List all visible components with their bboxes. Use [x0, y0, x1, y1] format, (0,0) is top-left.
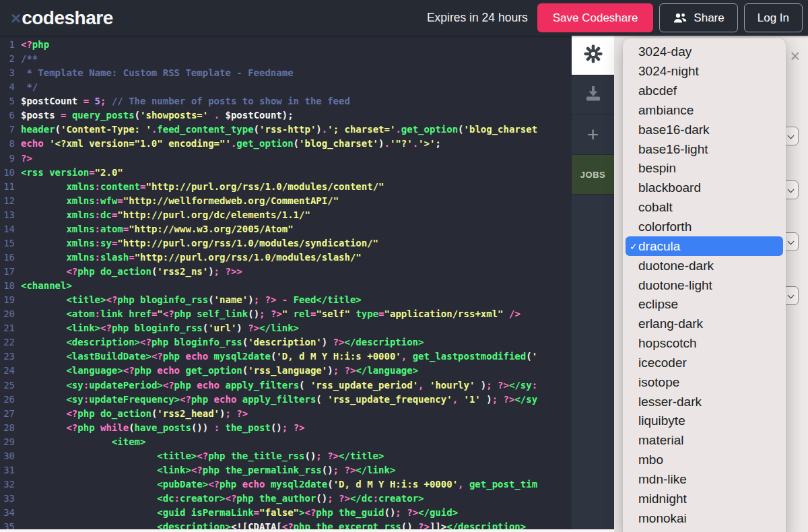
code-line[interactable]: 13 xmlns:dc="http://purl.org/dc/elements… — [0, 208, 572, 222]
code-token: : — [174, 493, 180, 504]
code-token: ( — [242, 365, 248, 376]
code-line[interactable]: 31 <link><?php the_permalink_rss(); ?></… — [0, 463, 572, 477]
code-line[interactable]: 17 <?php do_action('rss2_ns'); ?>> — [0, 265, 572, 279]
theme-option-colorforth[interactable]: colorforth — [623, 218, 786, 237]
theme-option-duotone-dark[interactable]: duotone-dark — [623, 256, 786, 275]
theme-option-dracula[interactable]: ✓dracula — [626, 236, 783, 256]
code-line[interactable]: 21 <link><?php bloginfo_rss('url') ?></l… — [0, 321, 572, 335]
code-line[interactable]: 20 <atom:link href="<?php self_link(); ?… — [0, 307, 572, 321]
theme-option-lesser-dark[interactable]: lesser-dark — [623, 392, 786, 411]
code-token: link href — [100, 308, 152, 319]
code-token: /> — [504, 308, 520, 319]
plus-icon: + — [587, 125, 599, 145]
theme-option-material[interactable]: material — [623, 431, 786, 451]
code-token: xmlns — [66, 224, 94, 234]
theme-option-icecoder[interactable]: icecoder — [623, 354, 786, 373]
code-line[interactable]: 28 <?php while(have_posts()) : the_post(… — [0, 421, 572, 435]
theme-option-abcdef[interactable]: abcdef — [623, 81, 786, 101]
code-line[interactable]: 3 * Template Name: Custom RSS Template -… — [0, 66, 572, 80]
code-token: <? — [66, 422, 77, 433]
add-file-tab[interactable]: + — [572, 115, 614, 155]
code-token: , — [418, 380, 424, 391]
code-line[interactable]: 16 xmlns:slash="http://purl.org/rss/1.0/… — [0, 251, 572, 265]
code-line[interactable]: 33 <dc:creator><?php the_author(); ?></d… — [0, 492, 572, 506]
theme-option-monokai[interactable]: monokai — [623, 508, 786, 528]
code-line[interactable]: 15 xmlns:sy="http://purl.org/rss/1.0/mod… — [0, 236, 572, 251]
theme-option-mbo[interactable]: mbo — [623, 451, 786, 470]
theme-option-isotope[interactable]: isotope — [623, 372, 786, 392]
code-line[interactable]: 7header('Content-Type: '.feed_content_ty… — [0, 123, 572, 137]
code-line[interactable]: 5$postCount = 5; // The number of posts … — [0, 94, 572, 108]
theme-option-base16-dark[interactable]: base16-dark — [623, 120, 786, 139]
settings-tab[interactable] — [572, 36, 614, 75]
code-token: () — [316, 493, 327, 504]
theme-option-ambiance[interactable]: ambiance — [623, 101, 786, 121]
code-line[interactable]: 11 xmlns:content="http://purl.org/rss/1.… — [0, 180, 572, 194]
code-token: ; ?> — [395, 507, 418, 518]
code-line[interactable]: 24 <language><?php echo get_option('rss_… — [0, 364, 572, 378]
code-line[interactable]: 14 xmlns:atom="http://www.w3.org/2005/At… — [0, 222, 572, 236]
code-token: <guid isPermaLink — [157, 507, 253, 518]
code-line[interactable]: 19 <title><?php bloginfo_rss('name'); ?>… — [0, 293, 572, 307]
code-line[interactable]: 34 <guid isPermaLink="false"><?php the_g… — [0, 506, 572, 520]
theme-option-3024-night[interactable]: 3024-night — [623, 62, 786, 81]
theme-option-blackboard[interactable]: blackboard — [623, 178, 786, 198]
code-token: : — [95, 238, 100, 248]
download-tab[interactable] — [572, 75, 614, 115]
code-line[interactable]: 23 <lastBuildDate><?php echo mysql2date(… — [0, 350, 572, 364]
code-token: : — [95, 195, 100, 206]
code-line[interactable]: 9?> — [0, 152, 572, 166]
codeshare-logo[interactable]: × codeshare — [11, 7, 113, 29]
theme-option-3024-day[interactable]: 3024-day — [623, 42, 786, 62]
code-token: 'Content-Type: ' — [61, 124, 152, 135]
code-line[interactable]: 18<channel> — [0, 279, 572, 293]
code-line[interactable]: 26 <sy:updateFrequency><?php echo apply_… — [0, 393, 572, 407]
theme-option-liquibyte[interactable]: liquibyte — [623, 411, 786, 431]
jobs-tab[interactable]: JOBS — [572, 155, 614, 195]
code-line[interactable]: 27 <?php do_action('rss2_head'); ?> — [0, 407, 572, 421]
code-line[interactable]: 6$posts = query_posts('showposts=' . $po… — [0, 108, 572, 123]
jobs-label: JOBS — [580, 170, 605, 180]
theme-dropdown: 3024-day3024-nightabcdefambiancebase16-d… — [623, 38, 786, 532]
code-token: </language> — [356, 365, 418, 376]
theme-option-label: mdn-like — [638, 472, 687, 487]
code-line[interactable]: 30 <title><?php the_title_rss(); ?></tit… — [0, 449, 572, 463]
theme-option-hopscotch[interactable]: hopscotch — [623, 334, 786, 354]
theme-option-base16-light[interactable]: base16-light — [623, 139, 786, 159]
theme-option-erlang-dark[interactable]: erlang-dark — [623, 314, 786, 334]
code-token: <? — [140, 337, 152, 347]
line-number: 17 — [0, 265, 15, 279]
theme-option-eclipse[interactable]: eclipse — [623, 295, 786, 314]
code-line[interactable]: 8echo '<?xml version="1.0" encoding="'.g… — [0, 137, 572, 151]
code-line[interactable]: 2/** — [0, 52, 572, 66]
theme-option-cobalt[interactable]: cobalt — [623, 198, 786, 218]
code-token: = — [378, 308, 384, 319]
horizontal-scrollbar[interactable] — [0, 529, 614, 532]
code-token: php do_action — [77, 408, 152, 419]
line-number: 1 — [0, 38, 15, 52]
code-line[interactable]: 10<rss version="2.0" — [0, 166, 572, 180]
code-token: php self_link — [174, 308, 248, 319]
theme-option-mdn-like[interactable]: mdn-like — [623, 470, 786, 490]
theme-option-bespin[interactable]: bespin — [623, 159, 786, 178]
theme-option-duotone-light[interactable]: duotone-light — [623, 275, 786, 295]
code-line[interactable]: 32 <pubDate><?php echo mysql2date('D, d … — [0, 477, 572, 492]
code-token: ; ?>> — [214, 266, 242, 277]
save-codeshare-button[interactable]: Save Codeshare — [537, 3, 654, 32]
code-line[interactable]: 29 <item> — [0, 435, 572, 449]
code-token: : — [95, 308, 100, 319]
theme-option-label: 3024-day — [638, 44, 692, 59]
login-button[interactable]: Log In — [744, 3, 803, 32]
code-line[interactable]: 4 */ — [0, 80, 572, 94]
theme-option-midnight[interactable]: midnight — [623, 489, 786, 508]
code-token: php — [220, 479, 242, 490]
share-button[interactable]: Share — [659, 3, 737, 32]
code-line[interactable]: 12 xmlns:wfw="http://wellformedweb.org/C… — [0, 194, 572, 208]
code-line[interactable]: 22 <description><?php bloginfo_rss('desc… — [0, 335, 572, 350]
code-line[interactable]: 25 <sy:updatePeriod><?php echo apply_fil… — [0, 378, 572, 393]
code-editor[interactable]: 1<?php2/**3 * Template Name: Custom RSS … — [0, 36, 572, 532]
code-line[interactable]: 1<?php — [0, 38, 572, 52]
code-token: <item> — [112, 436, 146, 447]
close-icon[interactable]: × — [790, 48, 800, 65]
line-number: 12 — [0, 194, 15, 208]
